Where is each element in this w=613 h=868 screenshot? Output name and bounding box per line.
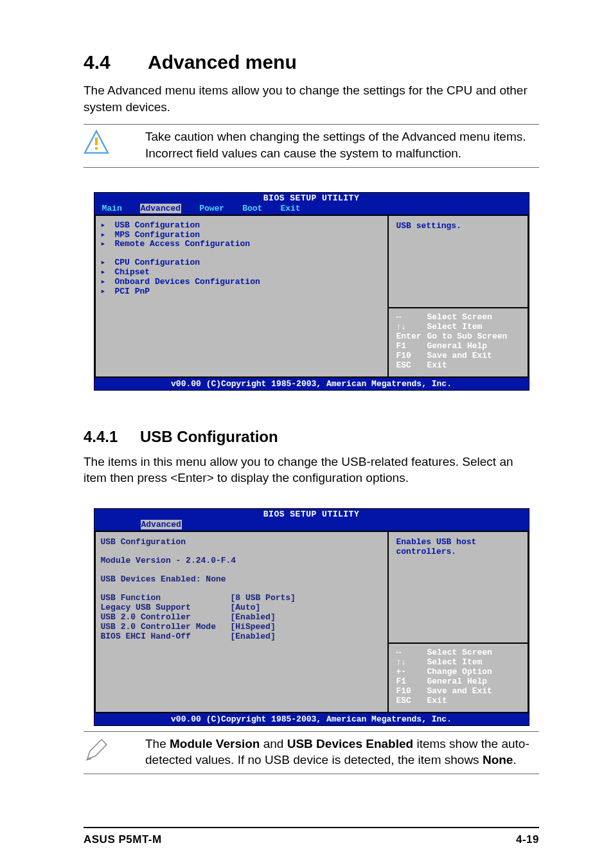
caution-text: Take caution when changing the settings … <box>145 128 539 161</box>
subsection-intro: The items in this menu allow you to chan… <box>84 454 539 486</box>
submenu-arrow-icon: ▸ <box>101 221 107 231</box>
bios-option-row: USB Function[8 USB Ports] <box>101 593 381 603</box>
submenu-arrow-icon: ▸ <box>101 258 107 268</box>
bios-title: BIOS SETUP UTILITY <box>94 509 529 520</box>
bios-item: ▸USB Configuration <box>101 221 381 231</box>
section-heading: 4.4Advanced menu <box>84 51 539 73</box>
svg-rect-2 <box>95 147 98 150</box>
bios-tab-advanced: Advanced <box>141 520 182 529</box>
bios-tab-exit: Exit <box>280 204 300 213</box>
bios-devices-enabled: USB Devices Enabled: None <box>101 574 381 584</box>
bios-item: ▸PCI PnP <box>101 287 381 297</box>
submenu-arrow-icon: ▸ <box>101 287 107 297</box>
caution-callout: Take caution when changing the settings … <box>84 124 539 167</box>
bios-module-version: Module Version - 2.24.0-F.4 <box>101 556 381 565</box>
bios-option-row: BIOS EHCI Hand-Off[Enabled] <box>101 632 381 641</box>
bios-title: BIOS SETUP UTILITY <box>94 193 529 204</box>
section-intro: The Advanced menu items allow you to cha… <box>84 82 539 115</box>
bios-option-row: Legacy USB Support[Auto] <box>101 603 381 612</box>
bios-item: ▸Chipset <box>101 268 381 278</box>
footer-page-number: 4-19 <box>516 833 539 846</box>
bios-copyright: v00.00 (C)Copyright 1985-2003, American … <box>94 378 529 390</box>
bios-tab-boot: Boot <box>242 204 262 213</box>
bios-page-header: USB Configuration <box>101 537 381 547</box>
pencil-note-icon <box>84 737 109 763</box>
submenu-arrow-icon: ▸ <box>101 231 107 240</box>
bios-left-pane: USB Configuration Module Version - 2.24.… <box>94 531 389 713</box>
bios-item: ▸Onboard Devices Configuration <box>101 278 381 287</box>
bios-item: ▸MPS Configuration <box>101 231 381 240</box>
bios-screenshot-advanced: BIOS SETUP UTILITY Main Advanced Power B… <box>94 192 529 391</box>
bios-help-description: Enables USB host controllers. <box>389 531 529 644</box>
bios-help-description: USB settings. <box>389 215 529 308</box>
bios-screenshot-usb: BIOS SETUP UTILITY Advanced USB Configur… <box>94 508 529 726</box>
note-callout: The Module Version and USB Devices Enabl… <box>84 731 539 774</box>
submenu-arrow-icon: ▸ <box>101 278 107 287</box>
bios-tab-main: Main <box>102 204 122 213</box>
bios-tabbar: Main Advanced Power Boot Exit <box>94 204 529 215</box>
subsection-number: 4.4.1 <box>84 428 140 446</box>
bios-copyright: v00.00 (C)Copyright 1985-2003, American … <box>94 713 529 725</box>
section-title: Advanced menu <box>148 51 297 73</box>
bios-option-row: USB 2.0 Controller Mode[HiSpeed] <box>101 622 381 632</box>
subsection-heading: 4.4.1USB Configuration <box>84 428 539 446</box>
bios-option-row: USB 2.0 Controller[Enabled] <box>101 612 381 622</box>
bios-left-pane: ▸USB Configuration ▸MPS Configuration ▸R… <box>94 215 389 378</box>
svg-rect-1 <box>95 137 98 145</box>
bios-tab-power: Power <box>199 204 224 213</box>
bios-tab-advanced: Advanced <box>140 204 181 213</box>
bios-item: ▸Remote Access Configuration <box>101 240 381 249</box>
section-number: 4.4 <box>84 51 148 73</box>
note-text: The Module Version and USB Devices Enabl… <box>145 736 539 768</box>
bios-item: ▸CPU Configuration <box>101 258 381 268</box>
page-footer: ASUS P5MT-M 4-19 <box>84 827 539 846</box>
footer-product: ASUS P5MT-M <box>84 833 162 846</box>
submenu-arrow-icon: ▸ <box>101 240 107 249</box>
submenu-arrow-icon: ▸ <box>101 268 107 278</box>
bios-keyhints: ↔Select Screen ↑↓Select Item EnterGo to … <box>389 308 529 378</box>
bios-right-pane: Enables USB host controllers. ↔Select Sc… <box>389 531 529 713</box>
caution-icon <box>84 130 109 155</box>
bios-right-pane: USB settings. ↔Select Screen ↑↓Select It… <box>389 215 529 378</box>
bios-tabbar: Advanced <box>94 520 529 531</box>
bios-keyhints: ↔Select Screen ↑↓Select Item +-Change Op… <box>389 644 529 713</box>
subsection-title: USB Configuration <box>140 428 278 445</box>
